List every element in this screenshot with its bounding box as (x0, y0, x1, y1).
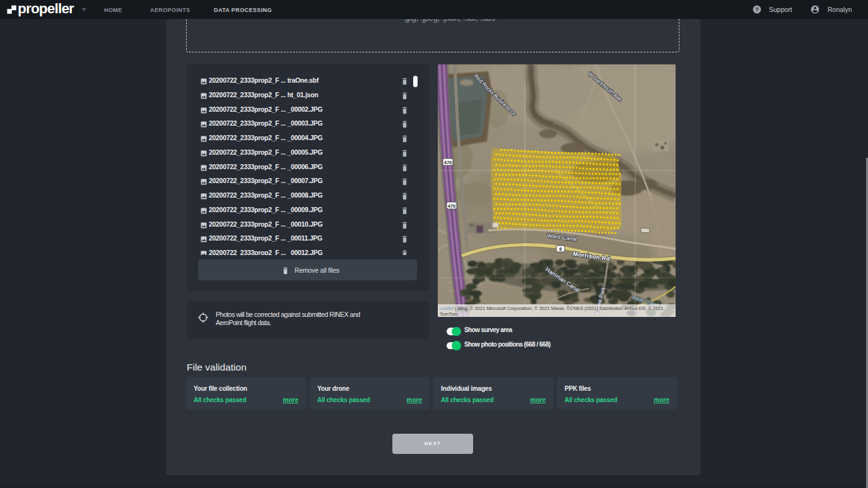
svg-text:470: 470 (444, 160, 452, 165)
svg-text:TomTom: TomTom (440, 311, 457, 317)
svg-text:470: 470 (448, 203, 456, 209)
svg-text:?: ? (756, 7, 759, 13)
svg-text:Leaflet | Bing, © 2021 Microso: Leaflet | Bing, © 2021 Microsoft Corpora… (440, 306, 664, 311)
svg-text:8: 8 (559, 246, 561, 252)
